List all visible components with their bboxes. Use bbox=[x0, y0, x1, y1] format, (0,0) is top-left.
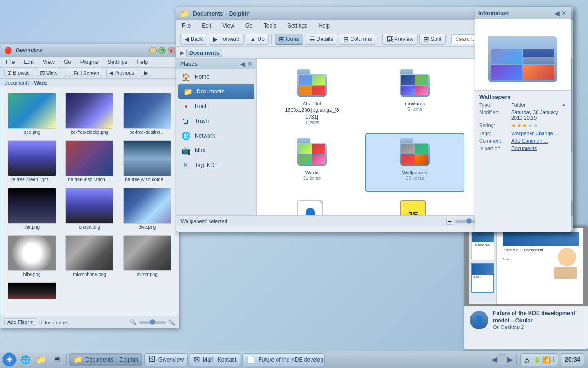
gwenview-view-btn[interactable]: 🖼 View bbox=[37, 69, 61, 77]
file-item-wallpapers[interactable]: Wallpapers 29 items bbox=[365, 133, 464, 192]
breadcrumb-documents[interactable]: Documents bbox=[4, 80, 30, 86]
dolphin-menu-edit[interactable]: Edit bbox=[200, 22, 213, 30]
back-button[interactable]: ◀ Back bbox=[180, 34, 207, 45]
gwenview-minimize-btn[interactable]: ─ bbox=[149, 47, 157, 54]
pager-right-arrow[interactable]: ▶ bbox=[507, 355, 513, 364]
taskbar-task-dolphin[interactable]: 📁 Documents – Dolphin bbox=[69, 353, 142, 366]
gwenview-menu-go[interactable]: Go bbox=[62, 58, 73, 66]
gwenview-menu-plugins[interactable]: Plugins bbox=[79, 58, 100, 66]
forward-button[interactable]: ▶ Forward bbox=[209, 34, 244, 45]
gwenview-menu-file[interactable]: File bbox=[4, 58, 17, 66]
info-expand-icon[interactable]: ▲ bbox=[561, 102, 566, 108]
sidebar-item-trash[interactable]: 🗑 Trash bbox=[176, 114, 256, 128]
sidebar-item-documents[interactable]: 📁 Documents bbox=[178, 84, 254, 99]
list-item[interactable]: dive.png bbox=[119, 186, 175, 231]
list-item[interactable]: be-free-green-light.… bbox=[4, 138, 60, 184]
split-button[interactable]: ⊞ Split bbox=[419, 34, 445, 45]
gwenview-menu-help[interactable]: Help bbox=[135, 58, 150, 66]
tray-battery-icon[interactable]: 🔋 bbox=[533, 356, 541, 363]
file-item-mockups[interactable]: mockups 5 items bbox=[365, 64, 464, 130]
file-item-vcf[interactable]: 👤 kim.vcf 4.5 KiB bbox=[262, 196, 362, 215]
taskbar-task-okular[interactable]: 📄 Future of the KDE develop… bbox=[242, 353, 325, 366]
dolphin-menu-tools[interactable]: Tools bbox=[262, 22, 278, 30]
columns-view-button[interactable]: ⊟ Columns bbox=[339, 34, 376, 45]
pager-left-arrow[interactable]: ◀ bbox=[492, 355, 497, 364]
zoom-in-icon[interactable]: 🔍 bbox=[168, 319, 175, 326]
gwenview-menu-edit[interactable]: Edit bbox=[22, 58, 35, 66]
list-item[interactable]: be-free-clocks.png bbox=[62, 91, 117, 137]
dolphin-menu-file[interactable]: File bbox=[180, 22, 192, 30]
kontact-task-label: Mail - Kontact bbox=[203, 356, 236, 363]
taskbar-task-kontact[interactable]: ✉ Mail - Kontact bbox=[190, 353, 240, 366]
sidebar-item-home[interactable]: 🏠 Home bbox=[176, 69, 256, 84]
tray-network-icon[interactable]: 📶 bbox=[543, 356, 551, 363]
pager-desktop-1[interactable] bbox=[498, 354, 506, 365]
taskbar-icon-network[interactable]: 🌐 bbox=[18, 353, 32, 367]
location-part-documents[interactable]: Documents bbox=[186, 49, 222, 57]
sidebar-item-miro[interactable]: 📺 Miro bbox=[176, 143, 256, 158]
zoom-out-icon[interactable]: 🔍 bbox=[130, 319, 137, 326]
sidebar-lock-icon[interactable]: ◀ bbox=[240, 61, 245, 67]
file-item-atra-dot[interactable]: Atra Dot 1600x1200.jpg.tar.gz_[31731] 3 … bbox=[262, 64, 362, 130]
info-panel-close-icon[interactable]: ✕ bbox=[561, 10, 567, 17]
up-button[interactable]: ▲ Up bbox=[246, 34, 269, 45]
info-value-comment[interactable]: Add Comment... bbox=[511, 138, 566, 144]
gwenview-close-btn[interactable]: ✕ bbox=[168, 47, 175, 54]
tray-info-icon[interactable]: ℹ bbox=[553, 356, 555, 363]
dolphin-menu-view[interactable]: View bbox=[220, 22, 236, 30]
thumbnail-greenlight bbox=[8, 140, 56, 176]
info-panel-title: Information bbox=[478, 10, 509, 17]
gwenview-next-btn[interactable]: ▶ bbox=[141, 69, 151, 77]
gwenview-maximize-btn[interactable]: □ bbox=[158, 47, 166, 54]
zoom-out-btn[interactable]: – bbox=[446, 218, 453, 225]
list-item[interactable]: be-free-inspiration-… bbox=[62, 138, 117, 184]
taskbar-task-gwenview[interactable]: 🖼 Gwenview bbox=[144, 353, 188, 366]
list-item[interactable]: be-free-destina… bbox=[119, 91, 175, 137]
taskbar-icon-terminal[interactable]: 🖥 bbox=[50, 353, 63, 367]
list-item[interactable]: cruise.png bbox=[62, 186, 117, 231]
tag-wallpaper[interactable]: Wallpaper bbox=[511, 131, 534, 136]
gwenview-prev-btn[interactable]: ◀ Previous bbox=[106, 69, 137, 77]
sidebar-item-root[interactable]: ● Root bbox=[176, 99, 256, 114]
dolphin-menu-go[interactable]: Go bbox=[243, 22, 254, 30]
list-item[interactable]: pencils.png bbox=[4, 281, 60, 299]
tag-change-link[interactable]: Change... bbox=[535, 131, 557, 136]
gwenview-browse-btn[interactable]: ⊞ Browse bbox=[4, 69, 33, 77]
sidebar-close-icon[interactable]: ✕ bbox=[247, 61, 253, 67]
location-arrow: ▶ bbox=[180, 50, 184, 56]
info-panel-collapse-icon[interactable]: ◀ bbox=[554, 10, 560, 17]
file-item-wade[interactable]: Wade 21 items bbox=[262, 133, 362, 192]
folder-icon-wade bbox=[297, 138, 327, 167]
sidebar-label-root: Root bbox=[195, 103, 206, 109]
tray-audio-icon[interactable]: 🔊 bbox=[524, 356, 531, 363]
add-filter-btn[interactable]: Add Filter ▾ bbox=[4, 318, 36, 326]
dolphin-menu-help[interactable]: Help bbox=[317, 22, 332, 30]
details-view-button[interactable]: ☰ Details bbox=[305, 34, 338, 45]
info-value-part-of[interactable]: Documents bbox=[511, 145, 566, 151]
list-item[interactable]: microphone.png bbox=[62, 233, 117, 279]
okular-thumb-1[interactable]: Future of KDE bbox=[471, 230, 494, 260]
list-item[interactable]: hike.png bbox=[4, 233, 60, 279]
sidebar-item-network[interactable]: 🌐 Network bbox=[176, 128, 256, 143]
preview-button[interactable]: 🖼 Preview bbox=[382, 34, 418, 45]
list-item[interactable]: be-free-wish-come-… bbox=[119, 138, 175, 184]
icons-view-button[interactable]: ⊞ Icons bbox=[275, 34, 303, 45]
okular-thumb-2[interactable]: slide 2 bbox=[471, 263, 494, 293]
info-label-modified: Modified: bbox=[479, 109, 511, 121]
thumbnail-clocks bbox=[65, 93, 113, 129]
list-item[interactable]: mirror.png bbox=[119, 233, 175, 279]
taskbar-icon-dolphin[interactable]: 📁 bbox=[34, 353, 48, 367]
file-item-js[interactable]: JS pompom.js 55.5 KiB bbox=[365, 196, 464, 215]
dolphin-menu-settings[interactable]: Settings bbox=[286, 22, 309, 30]
sidebar-item-tag-kde[interactable]: K Tag: KDE bbox=[176, 158, 256, 172]
gwenview-menu-settings[interactable]: Settings bbox=[106, 58, 129, 66]
thumb-label: bee.png bbox=[24, 130, 40, 135]
list-item[interactable]: bee.png bbox=[4, 91, 60, 137]
gwenview-menu-view[interactable]: View bbox=[41, 58, 57, 66]
breadcrumb-wade[interactable]: Wade bbox=[34, 80, 47, 86]
list-item[interactable]: car.png bbox=[4, 186, 60, 231]
start-button[interactable]: ✦ bbox=[2, 352, 17, 367]
info-stars[interactable]: ★ ★ ★ ★ ★ bbox=[511, 122, 538, 129]
gwenview-fullscreen-btn[interactable]: ⛶ Full Screen bbox=[64, 69, 102, 77]
taskbar-clock[interactable]: 20:34 bbox=[561, 353, 584, 366]
